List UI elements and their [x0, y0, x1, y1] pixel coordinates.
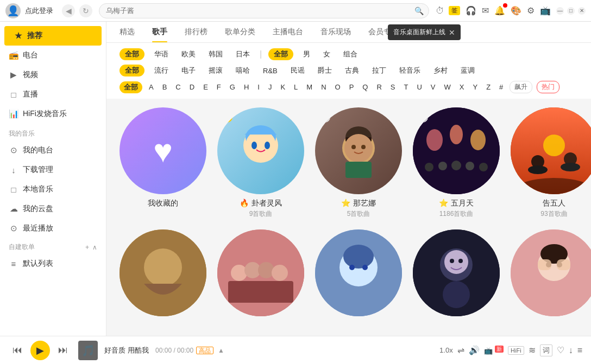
close-button[interactable]: ✕ — [578, 7, 586, 15]
filter-letter-m[interactable]: M — [304, 82, 315, 92]
filter-letter-a[interactable]: A — [147, 82, 156, 92]
artist-card-r2-3[interactable] — [315, 229, 402, 321]
download-player-icon[interactable]: ↓ — [569, 346, 573, 355]
refresh-button[interactable]: ↻ — [79, 4, 92, 17]
filter-letter-e[interactable]: E — [201, 82, 210, 92]
artist-card-gao5[interactable]: 告五人 93首歌曲 — [511, 107, 591, 219]
speed-button[interactable]: 1.0x — [439, 346, 453, 354]
vip-badge[interactable]: 签 — [449, 6, 460, 15]
filter-gender-all[interactable]: 全部 — [268, 48, 293, 60]
filter-gender-female[interactable]: 女 — [320, 48, 334, 60]
timer-icon[interactable]: ⏱ — [436, 6, 444, 16]
volume-icon[interactable]: 🔊 — [469, 345, 480, 355]
minimize-button[interactable]: — — [556, 7, 564, 15]
playlist-player-icon[interactable]: ≡ — [577, 346, 582, 355]
filter-genre-hiphop[interactable]: 嘻哈 — [232, 65, 253, 76]
artist-card-nayizha[interactable]: 2 ⭐ 那艺娜 — [315, 107, 402, 219]
playlist-add-button[interactable]: + — [85, 244, 89, 251]
filter-letter-h[interactable]: H — [242, 82, 251, 92]
filter-genre-jazz[interactable]: 爵士 — [315, 65, 335, 76]
maximize-button[interactable]: □ — [567, 7, 575, 15]
filter-genre-electronic[interactable]: 电子 — [178, 65, 199, 76]
filter-letter-z[interactable]: Z — [484, 82, 493, 92]
filter-genre-latin[interactable]: 拉丁 — [369, 65, 389, 76]
lyrics-button[interactable]: 词 — [540, 344, 552, 356]
filter-lang-korean[interactable]: 韩国 — [205, 48, 226, 60]
filter-letter-i[interactable]: I — [255, 82, 262, 92]
avatar[interactable]: 👤 — [5, 3, 21, 18]
filter-letter-w[interactable]: W — [442, 82, 453, 92]
filter-letter-x[interactable]: X — [457, 82, 467, 92]
headphone-icon[interactable]: 🎧 — [466, 5, 476, 16]
filter-rising[interactable]: 飙升 — [510, 81, 532, 93]
filter-genre-blues[interactable]: 蓝调 — [457, 65, 478, 76]
back-button[interactable]: ◀ — [62, 4, 75, 17]
quality-arrow[interactable]: ▲ — [218, 347, 224, 354]
sidebar-item-my-radio[interactable]: ⊙ 我的电台 — [0, 141, 106, 160]
tab-live-station[interactable]: 主播电台 — [273, 27, 303, 42]
tab-playlist-cat[interactable]: 歌单分类 — [225, 27, 255, 42]
mode-icon[interactable]: ⇌ — [457, 345, 464, 355]
tooltip-close-button[interactable]: ✕ — [449, 28, 455, 37]
filter-genre-country[interactable]: 乡村 — [430, 65, 451, 76]
artist-card-my-collection[interactable]: ♥ 我收藏的 — [120, 107, 206, 219]
sidebar-item-live[interactable]: □ 直播 — [0, 85, 106, 104]
sidebar-item-recommend[interactable]: ★ 推荐 — [4, 26, 102, 46]
filter-genre-all[interactable]: 全部 — [120, 65, 144, 76]
login-button[interactable]: 点此登录 — [25, 6, 53, 16]
bell-icon[interactable]: 🔔 — [494, 5, 505, 16]
next-button[interactable]: ⏭ — [54, 342, 72, 359]
eq-icon[interactable]: ≋ — [529, 345, 536, 355]
filter-lang-japanese[interactable]: 日本 — [232, 48, 253, 60]
filter-letter-j[interactable]: J — [266, 82, 274, 92]
settings-icon[interactable]: ⚙ — [527, 5, 535, 16]
filter-lang-all[interactable]: 全部 — [120, 48, 144, 60]
sidebar-item-local[interactable]: □ 本地音乐 — [0, 180, 106, 199]
tab-artist[interactable]: 歌手 — [152, 27, 167, 42]
quality-badge[interactable]: 高品 — [196, 347, 213, 354]
search-input[interactable] — [99, 3, 429, 18]
filter-letter-d[interactable]: D — [187, 82, 197, 92]
artist-card-r2-2[interactable] — [217, 229, 304, 321]
artist-card-r2-1[interactable] — [120, 229, 206, 321]
heart-player-icon[interactable]: ♡ — [557, 345, 564, 355]
filter-genre-folk[interactable]: 民谣 — [287, 65, 308, 76]
skin-icon[interactable]: 🎨 — [511, 5, 521, 16]
filter-gender-group[interactable]: 组合 — [340, 48, 361, 60]
filter-hot[interactable]: 热门 — [537, 81, 559, 93]
play-button[interactable]: ▶ — [30, 341, 50, 360]
cast-player-icon[interactable]: 📺 — [484, 347, 493, 355]
cast-icon[interactable]: 📺 — [540, 5, 551, 16]
filter-genre-classical[interactable]: 古典 — [342, 65, 362, 76]
mail-icon[interactable]: ✉ — [482, 5, 489, 16]
filter-letter-t[interactable]: T — [402, 82, 411, 92]
filter-letter-o[interactable]: O — [333, 82, 343, 92]
search-icon[interactable]: 🔍 — [414, 7, 424, 15]
filter-letter-l[interactable]: L — [292, 82, 300, 92]
prev-button[interactable]: ⏮ — [9, 342, 26, 359]
tab-chart[interactable]: 排行榜 — [185, 27, 208, 42]
tab-selected[interactable]: 精选 — [120, 27, 135, 42]
filter-genre-pop[interactable]: 流行 — [151, 65, 172, 76]
filter-letter-r[interactable]: R — [374, 82, 383, 92]
filter-letter-u[interactable]: U — [414, 82, 424, 92]
sidebar-item-hifi[interactable]: 📊 HiFi发烧音乐 — [0, 104, 106, 124]
filter-letter-q[interactable]: Q — [360, 82, 370, 92]
filter-letter-s[interactable]: S — [388, 82, 398, 92]
filter-letter-all[interactable]: 全部 — [120, 81, 142, 93]
artist-card-r2-5[interactable] — [511, 229, 591, 321]
filter-letter-n[interactable]: N — [319, 82, 328, 92]
sidebar-item-radio[interactable]: 📻 电台 — [0, 46, 106, 65]
artist-card-wuyuetian[interactable]: 3 — [413, 107, 500, 219]
sidebar-item-recent[interactable]: ⊙ 最近播放 — [0, 219, 106, 238]
sidebar-item-cloud[interactable]: ☁ 我的云盘 — [0, 199, 106, 219]
filter-letter-hash[interactable]: # — [497, 82, 505, 92]
playlist-toggle-button[interactable]: ∧ — [92, 244, 97, 251]
filter-lang-chinese[interactable]: 华语 — [151, 48, 172, 60]
filter-letter-g[interactable]: G — [228, 82, 237, 92]
artist-card-lingling[interactable]: 1 🔥 卦者灵风 — [217, 107, 304, 219]
album-thumb[interactable]: 🎵 — [78, 341, 98, 360]
filter-letter-y[interactable]: Y — [470, 82, 480, 92]
filter-gender-male[interactable]: 男 — [300, 48, 313, 60]
filter-letter-c[interactable]: C — [173, 82, 183, 92]
